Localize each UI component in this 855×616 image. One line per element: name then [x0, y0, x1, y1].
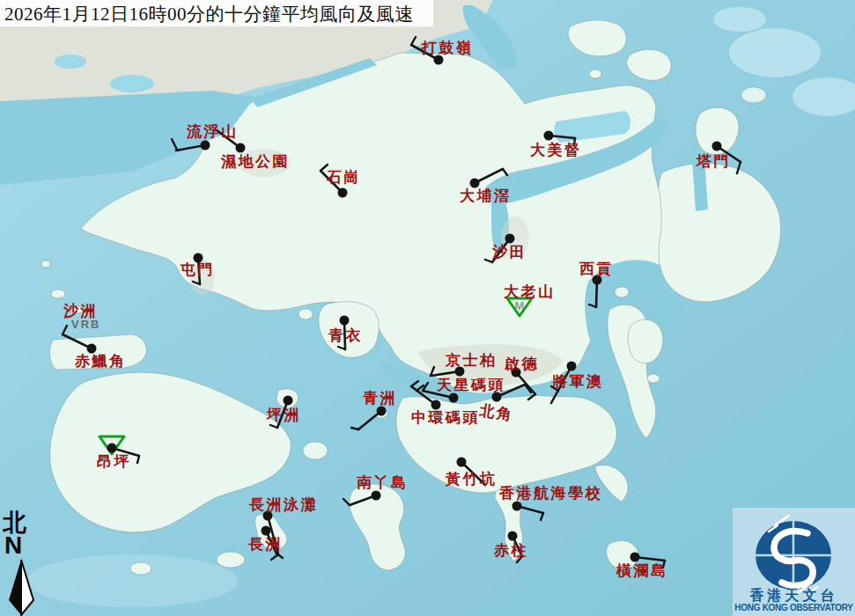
station-dot [107, 444, 117, 453]
wind-barb-tick [137, 456, 139, 463]
station-label: 大老山 [504, 284, 556, 299]
station-label: 屯門 [181, 262, 215, 277]
station-label: 赤鱲角 [75, 354, 127, 369]
station-label: 大美督 [530, 143, 582, 158]
station-dot [712, 142, 722, 151]
station-dot [505, 234, 515, 244]
station-label: 黃竹坑 [446, 472, 498, 487]
station-dot [340, 316, 350, 326]
wind-barb-tick [172, 139, 177, 150]
wind-barb-tick [63, 326, 67, 334]
station-dot [372, 491, 381, 501]
wind-barb-tick [411, 381, 418, 386]
station-dot [630, 553, 640, 562]
station-label: 昂坪 [97, 454, 131, 469]
wind-map: M 打鼓嶺流浮山濕地公園石崗大埔滘大美督塔門屯門沙洲VRB赤鱲角青衣沙田西貢大老… [0, 0, 855, 616]
station-dot [201, 141, 210, 150]
station-label: 塔門 [697, 154, 731, 169]
station-label: 京士柏 [446, 353, 498, 368]
station-label: 流浮山 [187, 124, 239, 139]
station-dot [236, 143, 246, 153]
maintenance-m-label: M [515, 299, 525, 312]
station-dot [377, 407, 387, 416]
station-label: 西貢 [579, 261, 614, 276]
wind-barb-tick [541, 513, 543, 520]
station-label: 濕地公園 [221, 154, 290, 169]
wind-barb-shaft [63, 334, 92, 348]
wind-barb-tick [503, 169, 507, 175]
title-strip: 2026年1月12日16時00分的十分鐘平均風向及風速 [0, 0, 433, 26]
variable-wind-note: VRB [71, 319, 100, 330]
station-label: 長洲泳灘 [249, 497, 318, 512]
station-dot [431, 400, 441, 410]
station-dot [567, 362, 577, 371]
station-label: 坪洲 [267, 407, 301, 422]
station-dot [87, 344, 97, 354]
station-dot [512, 502, 522, 511]
station-label: 南丫島 [357, 475, 409, 490]
wind-barb-tick [351, 428, 358, 429]
station-dot [434, 55, 444, 65]
hko-logo: 香港天文台 HONG KONG OBSERVATORY [733, 508, 855, 616]
station-dot [544, 131, 554, 141]
station-label: 將軍澳 [552, 374, 604, 389]
station-dot [470, 179, 480, 188]
station-dot [449, 393, 459, 403]
station-label: 中環碼頭 [411, 410, 480, 425]
wind-barb-tick [528, 394, 535, 400]
station-dot [508, 532, 518, 541]
station-label: 打鼓嶺 [422, 40, 474, 55]
station-label: 青衣 [328, 328, 363, 343]
station-label: 香港航海學校 [499, 486, 602, 501]
wind-barb-tick [343, 499, 350, 505]
station-dot [262, 526, 271, 536]
compass-north: 北 N [0, 511, 46, 616]
wind-barb-tick [270, 425, 277, 428]
wind-barb-layer: M [0, 0, 855, 616]
station-dot [284, 396, 293, 406]
station-label: 赤柱 [494, 543, 528, 558]
station-label: 石崗 [327, 170, 361, 185]
station-dot [457, 458, 467, 467]
hko-name-chinese: 香港天文台 [733, 589, 855, 603]
station-label: 沙洲 [63, 304, 98, 319]
hko-name-english: HONG KONG OBSERVATORY [733, 604, 855, 612]
station-label: 長洲 [248, 537, 283, 552]
station-label: 橫瀾島 [616, 563, 668, 578]
station-label: 天星碼頭 [437, 378, 505, 392]
compass-arrow-icon [0, 511, 46, 616]
station-label: 沙田 [492, 245, 527, 260]
station-label: 青洲 [363, 391, 397, 406]
station-dot [338, 188, 348, 198]
station-label: 啟德 [505, 356, 539, 371]
wind-barb-tick [411, 37, 416, 45]
wind-barb-tick [485, 260, 492, 262]
wind-barb-tick [737, 162, 741, 173]
station-dot [492, 392, 502, 402]
station-label: 大埔滘 [460, 188, 512, 203]
map-title: 2026年1月12日16時00分的十分鐘平均風向及風速 [4, 2, 414, 26]
